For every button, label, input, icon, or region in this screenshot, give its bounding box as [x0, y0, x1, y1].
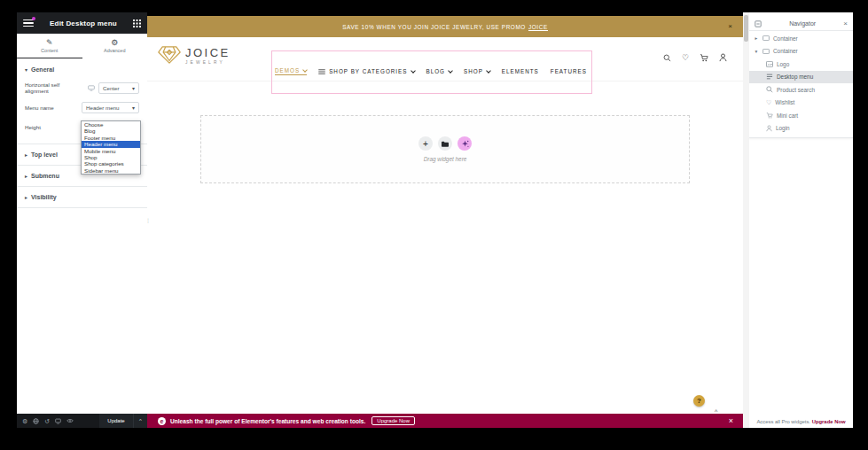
caret-down-icon[interactable]: ▾	[754, 49, 759, 54]
chevron-down-icon	[411, 68, 416, 74]
desktop-device-icon[interactable]	[88, 85, 95, 91]
pro-widgets-footer: Access all Pro widgets. Upgrade Now	[749, 419, 853, 424]
promo-close-icon[interactable]: ×	[728, 23, 732, 30]
caret-right-icon: ▸	[25, 194, 27, 200]
history-icon[interactable]: ↺	[44, 418, 50, 424]
navigator-divider	[749, 137, 853, 138]
nav-item-features[interactable]: FEATURES	[551, 68, 587, 74]
container-icon	[762, 35, 770, 41]
panel-resize-handle[interactable]: ⋮	[145, 220, 148, 229]
navigator-header: Navigator ×	[749, 17, 853, 31]
promo-bar: SAVE 10% WHEN YOU JOIN JOICE JEWELRY, US…	[147, 16, 743, 37]
tab-content[interactable]: ✎ Content	[17, 34, 82, 58]
navigator-close-icon[interactable]: ×	[843, 20, 848, 27]
nav-item-elements[interactable]: ELEMENTS	[502, 68, 539, 74]
panel-header: Edit Desktop menu	[17, 12, 147, 34]
image-icon	[766, 61, 773, 67]
diamond-logo-icon	[158, 45, 181, 65]
tree-item-container[interactable]: ▸ Container	[749, 32, 853, 45]
site-settings-globe-icon[interactable]	[33, 418, 39, 424]
panel-body: ▾ General Horizontal self alignment Cent…	[17, 58, 147, 414]
nav-menu-icon	[766, 74, 773, 80]
section-visibility[interactable]: ▸ Visibility	[17, 186, 147, 208]
pencil-icon: ✎	[46, 39, 53, 47]
dropdown-option[interactable]: Choose	[82, 121, 140, 128]
upgrade-now-button[interactable]: Upgrade Now	[371, 416, 415, 425]
drop-zone[interactable]: + Drag widget here	[200, 115, 690, 183]
template-folder-icon[interactable]	[438, 136, 452, 151]
nav-item-demos[interactable]: DEMOS	[275, 67, 307, 75]
widget-edit-panel: Edit Desktop menu ✎ Content ⚙ Advanced ▾…	[17, 12, 147, 428]
section-general[interactable]: ▾ General	[17, 58, 147, 78]
notification-text: Unleash the full power of Elementor's fe…	[170, 418, 365, 424]
hamburger-menu-icon[interactable]	[23, 19, 34, 27]
tree-item-wishlist[interactable]: ♡ Wishlist	[749, 97, 853, 110]
chevron-down-icon	[302, 67, 308, 73]
panel-tabs: ✎ Content ⚙ Advanced	[17, 34, 147, 59]
dropdown-option[interactable]: Blog	[82, 128, 140, 134]
promo-text: SAVE 10% WHEN YOU JOIN JOICE JEWELRY, US…	[342, 24, 548, 30]
chevron-down-icon: ▾	[132, 85, 135, 91]
preview-canvas: SAVE 10% WHEN YOU JOIN JOICE JEWELRY, US…	[147, 12, 743, 428]
dropdown-option-selected[interactable]: Header menu	[82, 141, 140, 147]
site-logo[interactable]: JOICE JEWELRY	[158, 45, 231, 65]
tree-item-login[interactable]: Login	[749, 122, 853, 136]
nav-item-shop[interactable]: SHOP	[464, 68, 490, 74]
tree-item-container-expanded[interactable]: ▾ Container	[749, 45, 853, 58]
account-icon[interactable]	[719, 53, 727, 62]
menu-name-select[interactable]: Header menu ▾	[82, 102, 139, 113]
nav-item-shop-by-categories[interactable]: SHOP BY CATEGORIES	[318, 68, 414, 74]
dropdown-option[interactable]: Mobile menu	[82, 148, 140, 154]
dropdown-option[interactable]: Shop	[82, 154, 140, 160]
drop-zone-hint: Drag widget here	[424, 156, 467, 162]
update-options-chevron[interactable]: ^	[133, 414, 147, 428]
upgrade-notification-bar: e Unleash the full power of Elementor's …	[147, 414, 743, 428]
add-widget-plus-icon[interactable]: +	[418, 136, 433, 151]
tree-item-logo[interactable]: Logo	[749, 58, 853, 71]
scrollbar-thumb[interactable]	[744, 15, 748, 42]
notification-close-icon[interactable]: ×	[729, 417, 733, 425]
nav-item-blog[interactable]: BLOG	[426, 68, 453, 74]
tree-item-desktop-menu[interactable]: Desktop menu	[749, 71, 853, 84]
settings-gear-icon[interactable]: ⚙	[22, 418, 27, 424]
dropdown-option[interactable]: Footer menu	[82, 135, 140, 141]
widgets-grid-icon[interactable]	[133, 19, 141, 27]
person-icon	[766, 125, 772, 132]
menu-name-dropdown: Choose Blog Footer menu Header menu Mobi…	[81, 120, 141, 175]
control-menu-name: Menu name Header menu ▾	[17, 97, 147, 117]
tree-item-mini-cart[interactable]: Mini cart	[749, 109, 853, 122]
chevron-down-icon: ▾	[132, 105, 135, 111]
editor-stage: Edit Desktop menu ✎ Content ⚙ Advanced ▾…	[0, 0, 868, 450]
ai-spark-icon[interactable]	[457, 136, 472, 151]
dropdown-option[interactable]: Sidebar menu	[82, 167, 140, 174]
responsive-mode-icon[interactable]	[55, 418, 61, 424]
promo-link[interactable]: JOICE	[528, 24, 548, 31]
logo-name: JOICE	[185, 46, 231, 59]
caret-right-icon[interactable]: ▸	[754, 35, 759, 41]
dock-icon[interactable]	[755, 20, 762, 27]
caret-down-icon: ▾	[25, 66, 27, 73]
wishlist-heart-icon[interactable]: ♡	[682, 54, 689, 62]
pro-upgrade-link[interactable]: Upgrade Now	[812, 419, 846, 424]
caret-right-icon: ▸	[25, 151, 27, 158]
cart-icon	[766, 112, 773, 119]
preview-scrollbar[interactable]	[743, 12, 749, 428]
navigator-title: Navigator	[762, 20, 843, 27]
chevron-down-icon	[448, 68, 453, 74]
cart-icon[interactable]	[700, 54, 708, 62]
tab-advanced[interactable]: ⚙ Advanced	[82, 34, 148, 58]
header-icons: ♡	[663, 53, 727, 62]
dropdown-option[interactable]: Shop categories	[82, 160, 140, 167]
control-alignment: Horizontal self alignment Center ▾	[17, 78, 147, 97]
logo-tagline: JEWELRY	[185, 60, 231, 65]
update-button[interactable]: Update	[99, 414, 133, 428]
container-icon	[762, 49, 770, 54]
heart-icon: ♡	[766, 99, 771, 105]
alignment-select[interactable]: Center ▾	[98, 82, 139, 94]
tree-item-product-search[interactable]: Product search	[749, 83, 853, 97]
help-button[interactable]: ?	[693, 395, 705, 407]
search-icon[interactable]	[663, 54, 671, 62]
preview-eye-icon[interactable]	[66, 418, 74, 423]
panel-title: Edit Desktop menu	[34, 19, 133, 27]
navigator-panel: Navigator × ▸ Container ▾ Container Logo…	[749, 12, 853, 428]
